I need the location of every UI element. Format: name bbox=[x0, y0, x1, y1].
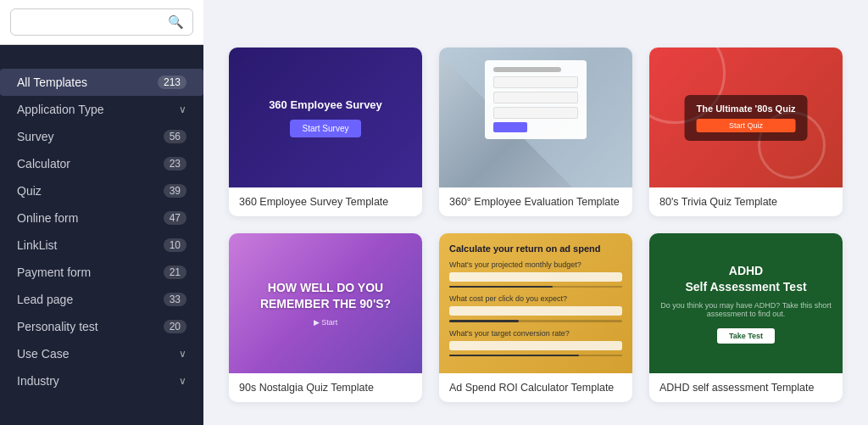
template-thumb-90s-nostalgia: HOW WELL DO YOU REMEMBER THE 90'S? ▶ Sta… bbox=[229, 233, 422, 373]
survey-title: 360 Employee Survey bbox=[269, 98, 382, 111]
ad-field-1 bbox=[449, 272, 622, 282]
sidebar-item-badge: 33 bbox=[164, 293, 186, 306]
eval-input-2 bbox=[493, 92, 578, 103]
thumb-360-survey-inner: 360 Employee Survey Start Survey bbox=[269, 98, 382, 137]
sidebar-item-label: All Templates bbox=[17, 75, 87, 89]
sidebar-item-lead-page[interactable]: Lead page33 bbox=[0, 286, 203, 313]
template-label-80s-quiz: 80's Trivia Quiz Template bbox=[649, 187, 843, 216]
ad-slider-3 bbox=[449, 355, 622, 356]
sidebar-item-label: Lead page bbox=[17, 293, 73, 306]
template-thumb-ad-spend: Calculate your return on ad spend What's… bbox=[439, 233, 632, 373]
sidebar-item-online-form[interactable]: Online form47 bbox=[0, 204, 203, 232]
template-thumb-adhd: ADHDSelf Assessment Test Do you think yo… bbox=[649, 233, 843, 373]
adhd-take-test-btn[interactable]: Take Test bbox=[717, 328, 775, 344]
chevron-icon: ∨ bbox=[179, 103, 186, 115]
sidebar-item-badge: 21 bbox=[164, 266, 186, 279]
thumb-360-survey-bg: 360 Employee Survey Start Survey bbox=[229, 48, 422, 187]
template-card-360-employee-survey[interactable]: 360 Employee Survey Start Survey 360 Emp… bbox=[229, 48, 422, 216]
sidebar-item-industry[interactable]: Industry∨ bbox=[0, 367, 203, 394]
sidebar-item-badge: 213 bbox=[158, 75, 186, 89]
thumb-80s-quiz-bg: The Ultimate '80s Quiz Start Quiz bbox=[649, 48, 843, 187]
sidebar: 🔍 All Templates213Application Type∨Surve… bbox=[0, 0, 203, 425]
sidebar-item-payment-form[interactable]: Payment form21 bbox=[0, 259, 203, 286]
template-card-80s-quiz[interactable]: The Ultimate '80s Quiz Start Quiz 80's T… bbox=[649, 48, 843, 216]
template-label-ad-spend: Ad Spend ROI Calculator Template bbox=[439, 373, 632, 402]
sidebar-item-application-type[interactable]: Application Type∨ bbox=[0, 96, 203, 123]
adhd-sub: Do you think you may have ADHD? Take thi… bbox=[658, 301, 834, 318]
quiz-overlay: The Ultimate '80s Quiz Start Quiz bbox=[685, 95, 808, 141]
sidebar-item-badge: 10 bbox=[164, 238, 186, 252]
main-content: 360 Employee Survey Start Survey 360 Emp… bbox=[203, 0, 868, 425]
template-label-360-employee-survey: 360 Employee Survey Template bbox=[229, 187, 422, 216]
eval-form bbox=[485, 60, 587, 139]
chevron-icon: ∨ bbox=[179, 375, 186, 387]
nostalgia-text-wrapper: HOW WELL DO YOU REMEMBER THE 90'S? ▶ Sta… bbox=[229, 280, 422, 326]
eval-line-1 bbox=[493, 67, 561, 72]
sidebar-item-survey[interactable]: Survey56 bbox=[0, 123, 203, 150]
ad-title: Calculate your return on ad spend bbox=[449, 243, 622, 254]
ad-slider-fill-2 bbox=[449, 320, 519, 322]
sidebar-item-label: LinkList bbox=[17, 238, 57, 252]
template-thumb-360-eval bbox=[439, 48, 632, 187]
categories-header bbox=[0, 45, 203, 69]
sidebar-item-label: Application Type bbox=[17, 103, 103, 116]
sidebar-item-all-templates[interactable]: All Templates213 bbox=[0, 69, 203, 96]
ad-label-1: What's your projected monthly budget? bbox=[449, 260, 622, 269]
search-box: 🔍 bbox=[0, 0, 203, 45]
template-card-360-eval[interactable]: 360° Employee Evaluation Template bbox=[439, 48, 632, 216]
eval-submit-btn bbox=[493, 122, 527, 132]
sidebar-item-label: Calculator bbox=[17, 157, 70, 171]
sidebar-item-personality-test[interactable]: Personality test20 bbox=[0, 313, 203, 340]
ad-label-3: What's your target conversion rate? bbox=[449, 329, 622, 338]
template-thumb-80s-quiz: The Ultimate '80s Quiz Start Quiz bbox=[649, 48, 843, 187]
template-card-ad-spend[interactable]: Calculate your return on ad spend What's… bbox=[439, 233, 632, 402]
eval-input-1 bbox=[493, 76, 578, 88]
sidebar-item-badge: 23 bbox=[164, 157, 186, 171]
ad-label-2: What cost per click do you expect? bbox=[449, 294, 622, 303]
nostalgia-sub: ▶ Start bbox=[229, 318, 422, 327]
sidebar-nav: All Templates213Application Type∨Survey5… bbox=[0, 69, 203, 425]
ad-field-2 bbox=[449, 306, 622, 316]
template-card-90s-nostalgia[interactable]: HOW WELL DO YOU REMEMBER THE 90'S? ▶ Sta… bbox=[229, 233, 422, 402]
sidebar-item-badge: 47 bbox=[164, 211, 186, 225]
chevron-icon: ∨ bbox=[179, 348, 186, 360]
sidebar-item-label: Payment form bbox=[17, 266, 91, 279]
adhd-title: ADHDSelf Assessment Test bbox=[658, 263, 834, 294]
sidebar-item-label: Use Case bbox=[17, 347, 69, 361]
sidebar-item-label: Online form bbox=[17, 211, 78, 225]
template-label-adhd: ADHD self assessment Template bbox=[649, 373, 843, 402]
sidebar-item-badge: 39 bbox=[164, 184, 186, 198]
ad-field-3 bbox=[449, 341, 622, 350]
search-input[interactable] bbox=[19, 15, 168, 29]
ad-slider-1 bbox=[449, 286, 622, 288]
sidebar-item-label: Personality test bbox=[17, 320, 98, 333]
sidebar-item-badge: 20 bbox=[164, 320, 186, 333]
templates-grid: 360 Employee Survey Start Survey 360 Emp… bbox=[229, 48, 843, 402]
sidebar-item-label: Quiz bbox=[17, 184, 42, 198]
survey-start-btn[interactable]: Start Survey bbox=[290, 120, 360, 137]
search-icon[interactable]: 🔍 bbox=[168, 14, 184, 30]
sidebar-item-quiz[interactable]: Quiz39 bbox=[0, 177, 203, 204]
ad-slider-2 bbox=[449, 320, 622, 322]
quiz-title: The Ultimate '80s Quiz bbox=[697, 103, 796, 114]
template-card-adhd[interactable]: ADHDSelf Assessment Test Do you think yo… bbox=[649, 233, 843, 402]
thumb-adhd-bg: ADHDSelf Assessment Test Do you think yo… bbox=[649, 233, 843, 373]
sidebar-item-label: Industry bbox=[17, 374, 59, 388]
nostalgia-text: HOW WELL DO YOU REMEMBER THE 90'S? bbox=[229, 280, 422, 310]
template-label-90s-nostalgia: 90s Nostalgia Quiz Template bbox=[229, 373, 422, 402]
ad-slider-fill-1 bbox=[449, 286, 553, 288]
thumb-ad-spend-bg: Calculate your return on ad spend What's… bbox=[439, 233, 632, 373]
sidebar-item-badge: 56 bbox=[164, 130, 186, 143]
sidebar-item-use-case[interactable]: Use Case∨ bbox=[0, 340, 203, 367]
template-label-360-eval: 360° Employee Evaluation Template bbox=[439, 187, 632, 216]
adhd-content: ADHDSelf Assessment Test Do you think yo… bbox=[649, 254, 843, 351]
search-inner: 🔍 bbox=[10, 8, 193, 36]
thumb-360-eval-bg bbox=[439, 48, 632, 187]
eval-input-3 bbox=[493, 107, 578, 119]
sidebar-item-label: Survey bbox=[17, 130, 54, 143]
thumb-90s-nostalgia-bg: HOW WELL DO YOU REMEMBER THE 90'S? ▶ Sta… bbox=[229, 233, 422, 373]
sidebar-item-calculator[interactable]: Calculator23 bbox=[0, 150, 203, 177]
sidebar-item-linklist[interactable]: LinkList10 bbox=[0, 232, 203, 259]
quiz-start-btn[interactable]: Start Quiz bbox=[697, 119, 796, 132]
template-thumb-360-employee-survey: 360 Employee Survey Start Survey bbox=[229, 48, 422, 187]
